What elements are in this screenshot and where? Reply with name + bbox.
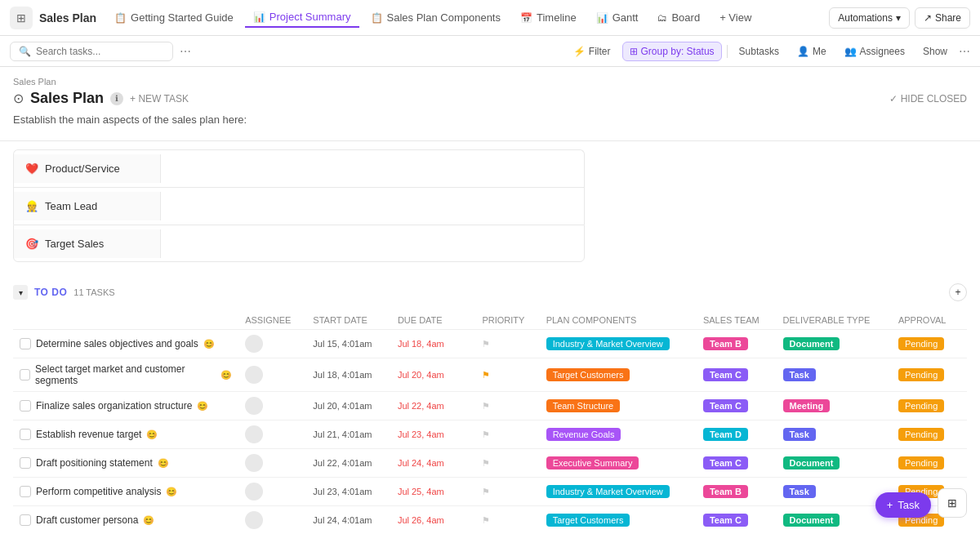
- tab-board[interactable]: 🗂 Board: [649, 8, 708, 27]
- approval-cell: Pending: [892, 392, 967, 421]
- deliverable-cell: Document: [777, 330, 892, 358]
- grid-view-button[interactable]: ⊞: [938, 488, 967, 518]
- show-button[interactable]: Show: [916, 42, 954, 60]
- show-more-icon[interactable]: ⋯: [959, 45, 970, 58]
- tab-timeline[interactable]: 📅 Timeline: [512, 8, 585, 27]
- priority-flag[interactable]: ⚑: [482, 401, 490, 411]
- team-chip[interactable]: Team C: [703, 456, 748, 469]
- plan-chip[interactable]: Industry & Market Overview: [546, 337, 670, 350]
- product-service-value[interactable]: [161, 161, 584, 177]
- approval-chip[interactable]: Pending: [898, 399, 944, 412]
- add-task-fab[interactable]: + Task: [875, 492, 931, 518]
- team-cell: Team C: [697, 506, 777, 535]
- more-options-icon[interactable]: ⋯: [180, 45, 191, 58]
- task-emoji: 😊: [146, 429, 158, 440]
- plan-chip[interactable]: Industry & Market Overview: [546, 485, 670, 498]
- tab-project-summary[interactable]: 📊 Project Summary: [245, 7, 359, 28]
- assignee-cell: [238, 421, 306, 449]
- task-checkbox[interactable]: [20, 429, 31, 440]
- start-date-cell: Jul 18, 4:01am: [306, 358, 391, 392]
- start-date-cell: Jul 21, 4:01am: [306, 421, 391, 449]
- deliverable-chip[interactable]: Task: [783, 368, 816, 381]
- subtitle: Establish the main aspects of the sales …: [13, 113, 967, 126]
- team-chip[interactable]: Team B: [703, 337, 748, 350]
- priority-flag[interactable]: ⚑: [482, 515, 490, 525]
- team-chip[interactable]: Team D: [703, 428, 748, 441]
- grid-icon: ⊞: [947, 496, 957, 510]
- task-name[interactable]: Draft positioning statement: [36, 457, 153, 469]
- plan-chip[interactable]: Target Customers: [546, 514, 630, 527]
- tab-getting-started[interactable]: 📋 Getting Started Guide: [106, 8, 242, 27]
- page-title: Sales Plan: [30, 90, 104, 107]
- approval-chip[interactable]: Pending: [898, 428, 944, 441]
- new-task-button[interactable]: + NEW TASK: [130, 93, 189, 105]
- col-header-assignee: ASSIGNEE: [238, 311, 306, 330]
- priority-flag[interactable]: ⚑: [482, 339, 490, 349]
- collapse-icon[interactable]: ⊙: [13, 91, 24, 106]
- start-date-cell: Jul 15, 4:01am: [306, 330, 391, 358]
- priority-cell: ⚑: [475, 421, 539, 449]
- deliverable-chip[interactable]: Document: [783, 514, 840, 527]
- table-row: Determine sales objectives and goals 😊 J…: [13, 330, 967, 358]
- priority-flag[interactable]: ⚑: [482, 487, 490, 496]
- task-emoji: 😊: [203, 339, 215, 349]
- task-checkbox[interactable]: [20, 486, 31, 497]
- deliverable-chip[interactable]: Document: [783, 337, 840, 350]
- task-name[interactable]: Perform competitive analysis: [36, 486, 161, 497]
- team-lead-value[interactable]: [161, 198, 584, 215]
- plan-cell: Industry & Market Overview: [540, 330, 697, 358]
- plan-chip[interactable]: Team Structure: [546, 399, 621, 412]
- task-name[interactable]: Establish revenue target: [36, 429, 141, 440]
- target-sales-value[interactable]: [161, 235, 584, 251]
- deliverable-chip[interactable]: Meeting: [783, 399, 831, 412]
- deliverable-chip[interactable]: Task: [783, 428, 816, 441]
- search-box[interactable]: 🔍: [10, 42, 173, 61]
- task-checkbox[interactable]: [20, 400, 31, 412]
- plan-chip[interactable]: Target Customers: [546, 368, 630, 381]
- task-name[interactable]: Draft customer persona: [36, 514, 138, 526]
- approval-chip[interactable]: Pending: [898, 368, 944, 381]
- team-chip[interactable]: Team B: [703, 485, 748, 498]
- deliverable-chip[interactable]: Task: [783, 485, 816, 498]
- approval-chip[interactable]: Pending: [898, 337, 944, 350]
- task-checkbox[interactable]: [20, 514, 31, 526]
- tab-gantt[interactable]: 📊 Gantt: [588, 8, 647, 27]
- team-chip[interactable]: Team C: [703, 399, 748, 412]
- info-icon[interactable]: ℹ: [110, 92, 123, 105]
- hide-closed-button[interactable]: ✓ HIDE CLOSED: [889, 93, 967, 105]
- group-by-button[interactable]: ⊞ Group by: Status: [622, 42, 722, 61]
- filter-button[interactable]: ⚡ Filter: [567, 42, 617, 60]
- task-name[interactable]: Finalize sales organization structure: [36, 400, 192, 412]
- assignees-button[interactable]: 👥 Assignees: [838, 42, 911, 60]
- task-name[interactable]: Select target market and customer segmen…: [35, 363, 216, 386]
- approval-chip[interactable]: Pending: [898, 456, 944, 469]
- deliverable-cell: Document: [777, 506, 892, 535]
- priority-flag[interactable]: ⚑: [482, 458, 490, 468]
- plan-cell: Industry & Market Overview: [540, 478, 697, 506]
- add-view-button[interactable]: + View: [711, 7, 760, 28]
- team-chip[interactable]: Team C: [703, 514, 748, 527]
- task-name[interactable]: Determine sales objectives and goals: [36, 338, 198, 349]
- task-checkbox[interactable]: [20, 457, 31, 469]
- table-row: Perform competitive analysis 😊 Jul 23, 4…: [13, 478, 967, 506]
- me-button[interactable]: 👤 Me: [791, 42, 833, 60]
- col-header-start: START DATE: [306, 311, 391, 330]
- add-section-button[interactable]: +: [949, 283, 967, 301]
- subtasks-button[interactable]: Subtasks: [733, 42, 786, 60]
- team-chip[interactable]: Team C: [703, 368, 748, 381]
- col-header-team: SALES TEAM: [697, 311, 777, 330]
- deliverable-chip[interactable]: Document: [783, 456, 840, 469]
- share-button[interactable]: ↗ Share: [915, 7, 970, 29]
- search-input[interactable]: [36, 46, 150, 57]
- team-cell: Team D: [697, 421, 777, 449]
- team-cell: Team B: [697, 478, 777, 506]
- priority-flag[interactable]: ⚑: [482, 429, 490, 439]
- section-toggle[interactable]: ▾: [13, 285, 28, 300]
- priority-flag[interactable]: ⚑: [482, 370, 490, 380]
- tab-sales-plan-components[interactable]: 📋 Sales Plan Components: [363, 8, 509, 27]
- plan-chip[interactable]: Revenue Goals: [546, 428, 621, 441]
- plan-chip[interactable]: Executive Summary: [546, 456, 639, 469]
- automations-button[interactable]: Automations ▾: [829, 7, 910, 29]
- task-checkbox[interactable]: [20, 369, 30, 380]
- task-checkbox[interactable]: [20, 338, 31, 349]
